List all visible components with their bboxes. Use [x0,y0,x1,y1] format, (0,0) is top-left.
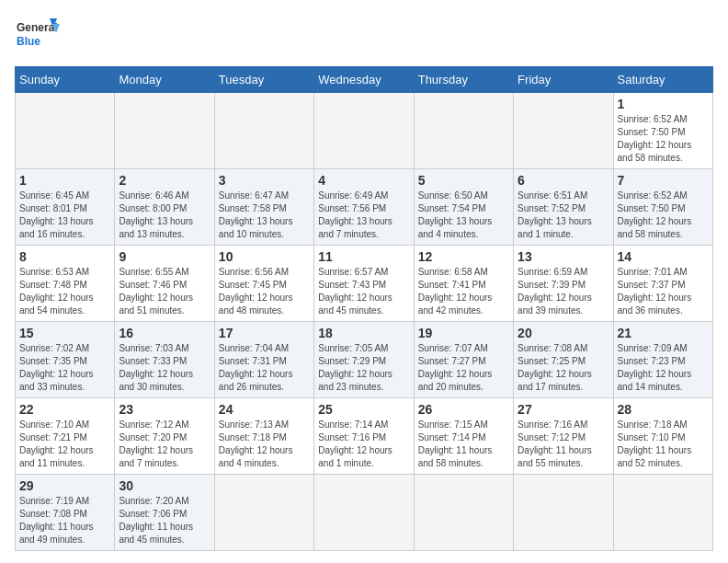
day-cell: 30Sunrise: 7:20 AMSunset: 7:06 PMDayligh… [115,475,214,551]
day-info: Sunrise: 6:59 AMSunset: 7:39 PMDaylight:… [518,267,592,316]
week-row-2: 1Sunrise: 6:45 AMSunset: 8:01 PMDaylight… [16,169,713,246]
day-cell: 15Sunrise: 7:02 AMSunset: 7:35 PMDayligh… [16,322,115,398]
week-row-4: 15Sunrise: 7:02 AMSunset: 7:35 PMDayligh… [16,322,713,398]
day-cell [115,93,214,169]
day-cell [414,93,513,169]
day-cell: 18Sunrise: 7:05 AMSunset: 7:29 PMDayligh… [314,322,414,398]
header-cell-thursday: Thursday [414,67,513,93]
header-cell-wednesday: Wednesday [314,67,414,93]
day-cell: 19Sunrise: 7:07 AMSunset: 7:27 PMDayligh… [414,322,513,398]
day-info: Sunrise: 6:55 AMSunset: 7:46 PMDaylight:… [119,267,193,316]
calendar-body: 1Sunrise: 6:52 AMSunset: 7:50 PMDaylight… [16,93,713,551]
day-cell: 7Sunrise: 6:52 AMSunset: 7:50 PMDaylight… [613,169,712,246]
header-cell-tuesday: Tuesday [214,67,313,93]
day-number: 19 [418,326,509,340]
day-info: Sunrise: 6:53 AMSunset: 7:48 PMDaylight:… [19,267,94,316]
day-number: 16 [119,326,210,340]
day-cell [314,475,414,551]
header-cell-sunday: Sunday [16,67,115,93]
day-cell: 10Sunrise: 6:56 AMSunset: 7:45 PMDayligh… [214,246,313,322]
page-header: General Blue [15,15,713,55]
day-cell: 24Sunrise: 7:13 AMSunset: 7:18 PMDayligh… [214,398,313,475]
day-cell [414,475,513,551]
day-cell: 25Sunrise: 7:14 AMSunset: 7:16 PMDayligh… [314,398,414,475]
day-number: 2 [119,173,210,188]
day-number: 11 [318,249,409,264]
day-cell: 21Sunrise: 7:09 AMSunset: 7:23 PMDayligh… [613,322,712,398]
day-info: Sunrise: 7:12 AMSunset: 7:20 PMDaylight:… [119,419,193,468]
day-info: Sunrise: 6:51 AMSunset: 7:52 PMDaylight:… [518,190,592,239]
day-number: 3 [219,173,310,188]
header-row: SundayMondayTuesdayWednesdayThursdayFrid… [16,67,713,93]
day-number: 4 [318,173,409,188]
day-number: 10 [219,249,310,264]
day-cell: 1Sunrise: 6:52 AMSunset: 7:50 PMDaylight… [613,93,712,169]
day-number: 12 [418,249,509,264]
logo: General Blue [15,15,61,55]
day-info: Sunrise: 7:13 AMSunset: 7:18 PMDaylight:… [219,419,293,468]
day-cell [514,475,613,551]
day-info: Sunrise: 7:07 AMSunset: 7:27 PMDaylight:… [418,343,493,392]
day-info: Sunrise: 6:56 AMSunset: 7:45 PMDaylight:… [219,267,293,316]
day-cell: 4Sunrise: 6:49 AMSunset: 7:56 PMDaylight… [314,169,414,246]
day-cell: 22Sunrise: 7:10 AMSunset: 7:21 PMDayligh… [16,398,115,475]
day-info: Sunrise: 7:04 AMSunset: 7:31 PMDaylight:… [219,343,293,392]
day-info: Sunrise: 6:47 AMSunset: 7:58 PMDaylight:… [219,190,293,239]
day-cell: 1Sunrise: 6:45 AMSunset: 8:01 PMDaylight… [16,169,115,246]
day-number: 24 [219,402,310,417]
week-row-3: 8Sunrise: 6:53 AMSunset: 7:48 PMDaylight… [16,246,713,322]
day-info: Sunrise: 7:16 AMSunset: 7:12 PMDaylight:… [518,419,592,468]
day-cell: 5Sunrise: 6:50 AMSunset: 7:54 PMDaylight… [414,169,513,246]
day-number: 21 [618,326,709,340]
day-number: 18 [318,326,409,340]
day-info: Sunrise: 7:10 AMSunset: 7:21 PMDaylight:… [19,419,94,468]
day-number: 29 [19,478,110,493]
day-info: Sunrise: 7:19 AMSunset: 7:08 PMDaylight:… [19,496,94,545]
day-number: 17 [219,326,310,340]
day-cell: 2Sunrise: 6:46 AMSunset: 8:00 PMDaylight… [115,169,214,246]
day-cell [16,93,115,169]
day-number: 28 [618,402,709,417]
day-number: 9 [119,249,210,264]
day-number: 15 [19,326,110,340]
day-info: Sunrise: 6:58 AMSunset: 7:41 PMDaylight:… [418,267,493,316]
day-number: 14 [618,249,709,264]
week-row-1: 1Sunrise: 6:52 AMSunset: 7:50 PMDaylight… [16,93,713,169]
day-number: 8 [19,249,110,264]
day-cell [314,93,414,169]
day-cell: 13Sunrise: 6:59 AMSunset: 7:39 PMDayligh… [514,246,613,322]
header-cell-saturday: Saturday [613,67,712,93]
day-info: Sunrise: 7:08 AMSunset: 7:25 PMDaylight:… [518,343,592,392]
day-cell: 12Sunrise: 6:58 AMSunset: 7:41 PMDayligh… [414,246,513,322]
day-cell [214,93,313,169]
day-cell: 9Sunrise: 6:55 AMSunset: 7:46 PMDaylight… [115,246,214,322]
week-row-6: 29Sunrise: 7:19 AMSunset: 7:08 PMDayligh… [16,475,713,551]
day-info: Sunrise: 6:46 AMSunset: 8:00 PMDaylight:… [119,190,193,239]
day-info: Sunrise: 6:57 AMSunset: 7:43 PMDaylight:… [318,267,392,316]
day-number: 13 [518,249,609,264]
day-info: Sunrise: 7:18 AMSunset: 7:10 PMDaylight:… [618,419,692,468]
day-info: Sunrise: 7:09 AMSunset: 7:23 PMDaylight:… [618,343,692,392]
header-cell-friday: Friday [514,67,613,93]
day-info: Sunrise: 7:02 AMSunset: 7:35 PMDaylight:… [19,343,94,392]
day-number: 23 [119,402,210,417]
day-number: 6 [518,173,609,188]
day-info: Sunrise: 6:45 AMSunset: 8:01 PMDaylight:… [19,190,94,239]
day-info: Sunrise: 7:14 AMSunset: 7:16 PMDaylight:… [318,419,392,468]
day-info: Sunrise: 6:49 AMSunset: 7:56 PMDaylight:… [318,190,392,239]
week-row-5: 22Sunrise: 7:10 AMSunset: 7:21 PMDayligh… [16,398,713,475]
day-number: 5 [418,173,509,188]
day-cell: 27Sunrise: 7:16 AMSunset: 7:12 PMDayligh… [514,398,613,475]
day-info: Sunrise: 7:03 AMSunset: 7:33 PMDaylight:… [119,343,193,392]
day-cell [514,93,613,169]
header-cell-monday: Monday [115,67,214,93]
day-cell: 17Sunrise: 7:04 AMSunset: 7:31 PMDayligh… [214,322,313,398]
day-number: 22 [19,402,110,417]
day-info: Sunrise: 7:01 AMSunset: 7:37 PMDaylight:… [618,267,692,316]
day-number: 27 [518,402,609,417]
day-cell: 28Sunrise: 7:18 AMSunset: 7:10 PMDayligh… [613,398,712,475]
calendar-table: SundayMondayTuesdayWednesdayThursdayFrid… [15,66,713,551]
day-cell: 26Sunrise: 7:15 AMSunset: 7:14 PMDayligh… [414,398,513,475]
day-number: 30 [119,478,210,493]
day-number: 1 [618,97,709,111]
